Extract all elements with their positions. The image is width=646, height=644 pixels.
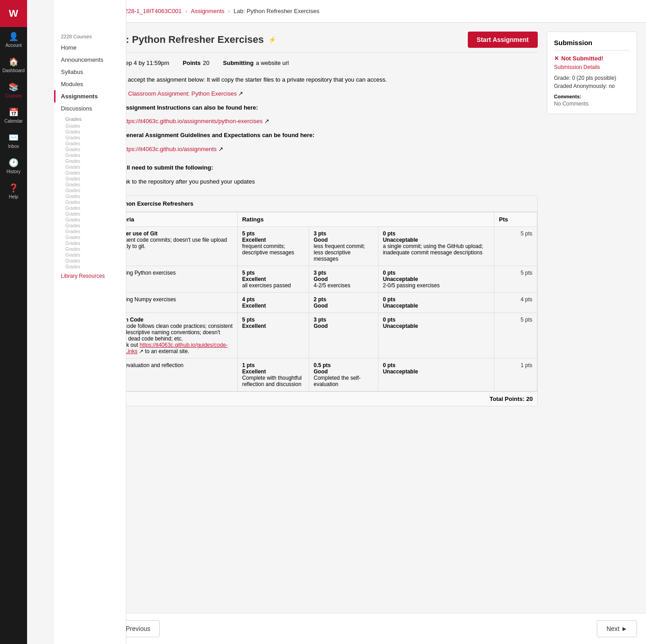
submit-list: Link to the repository after you pushed … (120, 177, 538, 187)
rating-cell-good: 0.5 pts Good Completed the self-evaluati… (309, 359, 378, 391)
bottom-navigation: ◄ Previous Next ► (99, 613, 646, 644)
breadcrumb-assignments[interactable]: Assignments (191, 8, 224, 14)
instructions-label: Assignment Instructions can also be foun… (122, 103, 538, 113)
table-row: Self-evaluation and reflection 1 pts Exc… (109, 359, 537, 391)
sidebar-link-assignments[interactable]: Assignments (54, 90, 126, 102)
history-label: History (6, 169, 20, 174)
points-label: Points (183, 60, 201, 66)
assignment-title: Lab: Python Refresher Exercises (108, 34, 264, 46)
table-row: Passing Numpy exercises 4 pts Excellent … (109, 293, 537, 313)
course-sidebar: 2228 Courses Home Announcements Syllabus… (54, 0, 126, 644)
grade-row: Grade: 0 (20 pts possible) (554, 75, 630, 81)
help-icon: ❓ (9, 183, 18, 193)
not-submitted-text: Not Submitted! (561, 55, 603, 62)
inbox-icon: ✉️ (9, 133, 18, 143)
graded-anon-row: Graded Anonymously: no (554, 83, 630, 89)
submit-item-1: Link to the repository after you pushed … (120, 177, 538, 187)
assignment-body: Lab: Python Refresher Exercises ⚡ Start … (108, 32, 538, 604)
pts-cell: 5 pts (494, 227, 537, 266)
github-classroom-link[interactable]: GitHub Classroom Assignment: Python Exer… (108, 90, 237, 97)
breadcrumb-bar: ☰ 2228-1_18IT4063C001 › Assignments › La… (99, 0, 646, 23)
courses-label: 2228 Courses (54, 32, 126, 41)
pts-cell: 5 pts (494, 313, 537, 359)
instructions-link[interactable]: https://it4063c.github.io/assignments/py… (122, 118, 263, 124)
criteria-cell: Self-evaluation and reflection (109, 359, 238, 391)
submission-box: Submission ✕ Not Submitted! Submission D… (547, 32, 637, 114)
x-icon: ✕ (554, 55, 559, 62)
rating-cell-excellent: 4 pts Excellent (237, 293, 309, 313)
submitting-value: a website url (256, 60, 289, 66)
instructions-section: Assignment Instructions can also be foun… (108, 103, 538, 154)
not-submitted-badge: ✕ Not Submitted! (554, 55, 630, 62)
sidebar-item-account[interactable]: 👤 Account (0, 27, 27, 52)
sidebar-item-dashboard[interactable]: 🏠 Dashboard (0, 52, 27, 78)
points-value: 20 (203, 60, 209, 66)
comments-label: Comments: (554, 94, 630, 99)
rubric-header-pts: Pts (494, 212, 537, 227)
spark-icon: ⚡ (268, 36, 276, 43)
sidebar-item-calendar[interactable]: 📅 Calendar (0, 103, 27, 128)
rating-cell-good: 3 pts Good 4-2/5 exercises (309, 266, 378, 293)
clean-code-link[interactable]: https://it4063c.github.io/guides/code-st… (114, 342, 228, 354)
submit-label: You will need to submit the following: (108, 163, 538, 173)
criteria-cell: Proper use of Git Frequent code commits;… (109, 227, 238, 266)
pts-cell: 5 pts (494, 266, 537, 293)
table-row: Clean Code The code follows clean code p… (109, 313, 537, 359)
rating-cell-good: 2 pts Good (309, 293, 378, 313)
rating-cell-unacceptable: 0 pts Unacceptable (378, 359, 494, 391)
submission-panel: Submission ✕ Not Submitted! Submission D… (547, 32, 637, 604)
rating-cell-excellent: 5 pts Excellent frequent commits; descri… (237, 227, 309, 266)
rubric-table: Criteria Ratings Pts Proper use of Git F… (109, 212, 537, 391)
no-comments: No Comments (554, 101, 630, 107)
submitting-item: Submitting a website url (223, 60, 289, 66)
icon-navigation: W 👤 Account 🏠 Dashboard 📚 Courses 📅 Cale… (0, 0, 27, 644)
grades-section: Grades (54, 115, 126, 123)
courses-label: Courses (5, 93, 22, 98)
rubric-header-ratings: Ratings (237, 212, 494, 227)
dashboard-icon: 🏠 (9, 57, 18, 67)
submission-details-link[interactable]: Submission Details (554, 64, 630, 70)
next-button[interactable]: Next ► (597, 620, 637, 637)
meta-row: Due Sep 4 by 11:59pm Points 20 Submittin… (108, 60, 538, 66)
sidebar-item-help[interactable]: ❓ Help (0, 179, 27, 204)
pts-cell: 1 pts (494, 359, 537, 391)
description-text: Please accept the assignment below: It w… (108, 75, 538, 85)
due-value: Sep 4 by 11:59pm (122, 60, 170, 66)
criteria-cell: Passing Numpy exercises (109, 293, 238, 313)
points-item: Points 20 (183, 60, 209, 66)
account-icon: 👤 (9, 32, 18, 41)
start-assignment-button[interactable]: Start Assignment (468, 32, 538, 48)
grades-items: GradesGradesGradesGradesGradesGradesGrad… (54, 123, 126, 270)
sidebar-item-courses[interactable]: 📚 Courses (0, 78, 27, 103)
rating-cell-unacceptable: 0 pts Unacceptable (378, 313, 494, 359)
sidebar-item-history[interactable]: 🕐 History (0, 153, 27, 179)
dashboard-label: Dashboard (3, 68, 25, 73)
sidebar-link-library-resources[interactable]: Library Resources (54, 270, 126, 282)
assignment-title-row: Lab: Python Refresher Exercises ⚡ (108, 34, 276, 46)
main-content: Lab: Python Refresher Exercises ⚡ Start … (99, 23, 646, 613)
account-label: Account (5, 43, 22, 48)
app-logo: W (0, 0, 27, 27)
criteria-cell: Clean Code The code follows clean code p… (109, 313, 238, 359)
sidebar-link-announcements[interactable]: Announcements (54, 54, 126, 66)
rating-cell-excellent: 1 pts Excellent Complete with thoughtful… (237, 359, 309, 391)
help-label: Help (9, 194, 18, 199)
sidebar-link-home[interactable]: Home (54, 41, 126, 54)
calendar-icon: 📅 (9, 107, 18, 117)
calendar-label: Calendar (5, 119, 23, 124)
pts-cell: 4 pts (494, 293, 537, 313)
guidelines-link[interactable]: https://it4063c.github.io/assignments (122, 146, 217, 152)
rating-cell-excellent: 5 pts Excellent (237, 313, 309, 359)
assignment-header: Lab: Python Refresher Exercises ⚡ Start … (108, 32, 538, 53)
rating-cell-unacceptable: 0 pts Unacceptable (378, 293, 494, 313)
breadcrumb-course[interactable]: 2228-1_18IT4063C001 (121, 8, 182, 14)
rubric-header-criteria: Criteria (109, 212, 238, 227)
sidebar-link-syllabus[interactable]: Syllabus (54, 66, 126, 78)
rating-cell-good: 3 pts Good (309, 313, 378, 359)
sidebar-link-modules[interactable]: Modules (54, 78, 126, 90)
sidebar-item-inbox[interactable]: ✉️ Inbox (0, 128, 27, 153)
table-row: Proper use of Git Frequent code commits;… (109, 227, 537, 266)
assignment-description: Please accept the assignment below: It w… (108, 75, 538, 186)
sidebar-link-discussions[interactable]: Discussions (54, 102, 126, 115)
submitting-label: Submitting (223, 60, 254, 66)
